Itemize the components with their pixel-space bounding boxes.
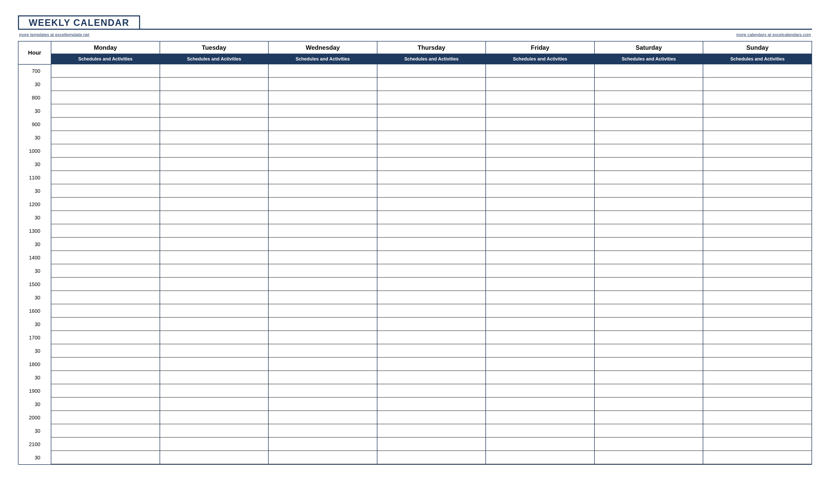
schedule-cell[interactable] [268,224,377,238]
templates-link[interactable]: more templates at exceltemplate.net [18,32,90,37]
schedule-cell[interactable] [268,104,377,118]
schedule-cell[interactable] [160,438,268,451]
schedule-cell[interactable] [377,118,486,131]
schedule-cell[interactable] [703,358,812,371]
schedule-cell[interactable] [703,411,812,424]
schedule-cell[interactable] [486,451,595,464]
schedule-cell[interactable] [377,78,486,91]
schedule-cell[interactable] [377,331,486,344]
schedule-cell[interactable] [51,238,160,251]
schedule-cell[interactable] [377,304,486,317]
schedule-cell[interactable] [595,251,703,264]
calendars-link[interactable]: more calendars at excelcalendars.com [735,32,812,37]
schedule-cell[interactable] [595,91,703,104]
schedule-cell[interactable] [377,344,486,358]
schedule-cell[interactable] [595,358,703,371]
schedule-cell[interactable] [268,64,377,78]
schedule-cell[interactable] [377,398,486,411]
schedule-cell[interactable] [703,291,812,304]
schedule-cell[interactable] [160,344,268,358]
schedule-cell[interactable] [703,278,812,291]
schedule-cell[interactable] [595,211,703,224]
schedule-cell[interactable] [268,438,377,451]
schedule-cell[interactable] [160,144,268,158]
schedule-cell[interactable] [595,198,703,211]
schedule-cell[interactable] [160,371,268,384]
schedule-cell[interactable] [51,198,160,211]
schedule-cell[interactable] [595,238,703,251]
schedule-cell[interactable] [486,144,595,158]
schedule-cell[interactable] [486,317,595,331]
schedule-cell[interactable] [160,264,268,278]
schedule-cell[interactable] [486,78,595,91]
schedule-cell[interactable] [595,411,703,424]
schedule-cell[interactable] [703,398,812,411]
schedule-cell[interactable] [160,251,268,264]
schedule-cell[interactable] [268,451,377,464]
schedule-cell[interactable] [595,317,703,331]
schedule-cell[interactable] [268,238,377,251]
schedule-cell[interactable] [51,211,160,224]
schedule-cell[interactable] [377,384,486,398]
schedule-cell[interactable] [268,211,377,224]
schedule-cell[interactable] [595,304,703,317]
schedule-cell[interactable] [268,358,377,371]
schedule-cell[interactable] [486,171,595,184]
schedule-cell[interactable] [377,411,486,424]
schedule-cell[interactable] [160,118,268,131]
schedule-cell[interactable] [595,384,703,398]
schedule-cell[interactable] [51,451,160,464]
schedule-cell[interactable] [268,291,377,304]
schedule-cell[interactable] [51,171,160,184]
schedule-cell[interactable] [595,64,703,78]
schedule-cell[interactable] [703,251,812,264]
schedule-cell[interactable] [595,291,703,304]
schedule-cell[interactable] [703,331,812,344]
schedule-cell[interactable] [486,264,595,278]
schedule-cell[interactable] [51,411,160,424]
schedule-cell[interactable] [703,158,812,171]
schedule-cell[interactable] [377,184,486,198]
schedule-cell[interactable] [160,104,268,118]
schedule-cell[interactable] [703,451,812,464]
schedule-cell[interactable] [268,184,377,198]
schedule-cell[interactable] [268,91,377,104]
schedule-cell[interactable] [268,78,377,91]
schedule-cell[interactable] [377,317,486,331]
schedule-cell[interactable] [160,158,268,171]
schedule-cell[interactable] [703,224,812,238]
schedule-cell[interactable] [486,238,595,251]
schedule-cell[interactable] [486,198,595,211]
schedule-cell[interactable] [595,118,703,131]
schedule-cell[interactable] [51,398,160,411]
schedule-cell[interactable] [595,424,703,438]
schedule-cell[interactable] [51,278,160,291]
schedule-cell[interactable] [703,344,812,358]
schedule-cell[interactable] [486,384,595,398]
schedule-cell[interactable] [51,184,160,198]
schedule-cell[interactable] [160,78,268,91]
schedule-cell[interactable] [51,317,160,331]
schedule-cell[interactable] [268,424,377,438]
schedule-cell[interactable] [51,438,160,451]
schedule-cell[interactable] [703,317,812,331]
schedule-cell[interactable] [268,384,377,398]
schedule-cell[interactable] [595,438,703,451]
schedule-cell[interactable] [703,118,812,131]
schedule-cell[interactable] [595,398,703,411]
schedule-cell[interactable] [595,344,703,358]
schedule-cell[interactable] [377,224,486,238]
schedule-cell[interactable] [595,158,703,171]
schedule-cell[interactable] [703,198,812,211]
schedule-cell[interactable] [595,184,703,198]
schedule-cell[interactable] [51,158,160,171]
schedule-cell[interactable] [160,131,268,144]
schedule-cell[interactable] [703,424,812,438]
schedule-cell[interactable] [703,264,812,278]
schedule-cell[interactable] [486,358,595,371]
schedule-cell[interactable] [486,344,595,358]
schedule-cell[interactable] [268,398,377,411]
schedule-cell[interactable] [268,344,377,358]
schedule-cell[interactable] [703,184,812,198]
schedule-cell[interactable] [486,211,595,224]
